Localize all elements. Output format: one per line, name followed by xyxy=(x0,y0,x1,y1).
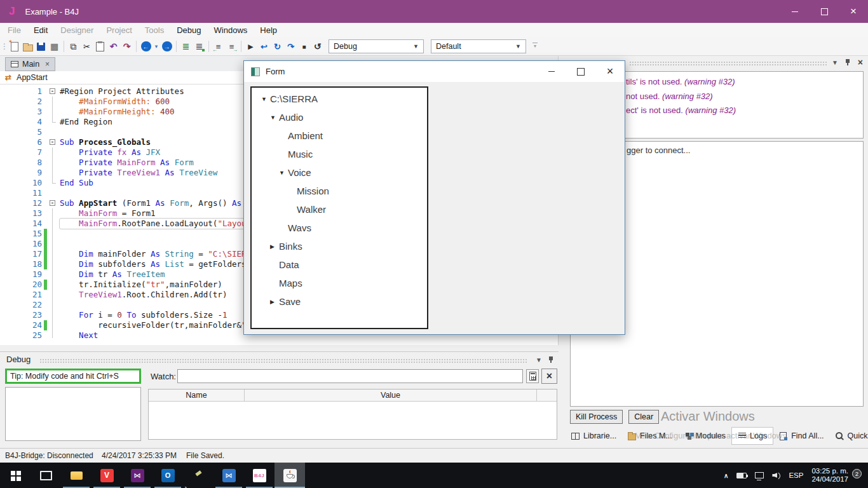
format-lines2-icon[interactable] xyxy=(193,39,206,53)
menu-help[interactable]: Help xyxy=(254,24,283,36)
copy-icon[interactable] xyxy=(67,39,80,53)
start-icon[interactable] xyxy=(0,463,31,488)
build-tools-icon[interactable] xyxy=(183,463,214,488)
battery-icon[interactable] xyxy=(736,473,747,478)
paste-icon[interactable] xyxy=(93,39,107,53)
debug-list-box[interactable] xyxy=(5,387,141,441)
tree-view[interactable]: ▼C:\SIERRA▼AudioAmbientMusic▼VoiceMissio… xyxy=(250,86,428,329)
evaluate-button[interactable] xyxy=(526,369,539,383)
tab-modules[interactable]: Modules xyxy=(678,427,731,445)
vivaldi-icon[interactable] xyxy=(92,463,122,488)
shift-left-icon[interactable] xyxy=(212,39,225,53)
panel-menu-icon[interactable]: ▼ xyxy=(536,356,542,363)
tray-chevron-up-icon[interactable]: ∧ xyxy=(724,472,728,479)
fold-marker[interactable] xyxy=(48,137,60,147)
maximize-button[interactable] xyxy=(810,0,839,23)
tab-files[interactable]: Files M... xyxy=(622,427,678,445)
undo-icon[interactable] xyxy=(107,39,120,53)
tab-close-icon[interactable]: × xyxy=(45,60,50,69)
run-icon[interactable] xyxy=(244,39,257,53)
menu-tools[interactable]: Tools xyxy=(139,24,170,36)
format-lines-icon[interactable] xyxy=(179,39,193,53)
shift-right-icon[interactable] xyxy=(225,39,238,53)
form-close-button[interactable] xyxy=(595,61,625,82)
menu-windows[interactable]: Windows xyxy=(208,24,254,36)
panel-drag-handle[interactable] xyxy=(629,61,827,66)
tab-libraries[interactable]: Librarie... xyxy=(566,427,622,445)
tree-item-audio[interactable]: ▼Audio xyxy=(252,108,427,126)
chevron-down-icon[interactable]: ▼ xyxy=(261,96,270,102)
nav-forward-icon[interactable] xyxy=(160,39,173,53)
chevron-right-icon[interactable]: ▶ xyxy=(270,299,279,305)
task-view-icon[interactable] xyxy=(31,463,61,488)
collapse-icon[interactable] xyxy=(50,200,55,206)
build-mode-select[interactable]: Debug ▼ xyxy=(329,39,424,53)
menu-debug[interactable]: Debug xyxy=(170,24,207,36)
close-button[interactable] xyxy=(839,0,868,23)
chevron-down-icon[interactable]: ▼ xyxy=(270,114,279,121)
form-title-bar[interactable]: Form xyxy=(244,61,625,82)
tree-item-c-sierra[interactable]: ▼C:\SIERRA xyxy=(252,90,427,108)
pin-icon[interactable] xyxy=(845,58,851,66)
watch-input[interactable] xyxy=(177,369,523,383)
tab-find-all[interactable]: Find All... xyxy=(773,427,829,445)
step-over-icon[interactable] xyxy=(271,39,284,53)
form-minimize-button[interactable] xyxy=(537,61,566,82)
tab-quick[interactable]: Quick... xyxy=(830,427,868,445)
chevron-right-icon[interactable]: ▶ xyxy=(270,243,279,250)
java-icon[interactable] xyxy=(275,463,305,488)
package-icon[interactable] xyxy=(48,39,61,53)
menu-designer[interactable]: Designer xyxy=(54,24,100,36)
fold-marker[interactable] xyxy=(48,198,60,208)
pin-icon[interactable] xyxy=(548,356,554,363)
tab-main[interactable]: Main × xyxy=(5,57,55,71)
b4j-icon[interactable]: B4J xyxy=(244,463,275,488)
menu-edit[interactable]: Edit xyxy=(27,24,54,36)
step-into-icon[interactable] xyxy=(257,39,271,53)
menu-project[interactable]: Project xyxy=(100,24,138,36)
collapse-icon[interactable] xyxy=(50,88,55,94)
open-folder-icon[interactable] xyxy=(21,39,34,53)
cut-icon[interactable] xyxy=(80,39,93,53)
tree-item-music[interactable]: Music xyxy=(252,145,427,163)
clear-watch-button[interactable]: × xyxy=(541,369,557,384)
tree-item-ambient[interactable]: Ambient xyxy=(252,126,427,145)
menu-file[interactable]: File xyxy=(1,24,27,36)
visual-studio-icon[interactable] xyxy=(122,463,153,488)
tree-item-wavs[interactable]: Wavs xyxy=(252,219,427,237)
speaker-icon[interactable] xyxy=(772,471,780,479)
watch-table[interactable]: NameValue xyxy=(148,389,557,440)
tab-logs[interactable]: Logs xyxy=(731,427,773,445)
fold-marker[interactable] xyxy=(48,86,60,97)
clear-button[interactable]: Clear xyxy=(628,410,659,424)
form-maximize-button[interactable] xyxy=(566,61,595,82)
save-icon[interactable] xyxy=(34,39,48,53)
grip-icon[interactable] xyxy=(1,39,8,53)
kill-process-button[interactable]: Kill Process xyxy=(570,410,623,424)
toolbar-overflow-button[interactable]: ▾ xyxy=(532,43,538,50)
tree-item-maps[interactable]: Maps xyxy=(252,274,427,292)
restart-icon[interactable] xyxy=(311,39,324,53)
build-config-select[interactable]: Default ▼ xyxy=(431,39,526,53)
tree-item-walker[interactable]: Walker xyxy=(252,200,427,219)
stop-icon[interactable] xyxy=(297,39,311,53)
collapse-icon[interactable] xyxy=(50,139,55,145)
outlook-icon[interactable] xyxy=(153,463,183,488)
language-indicator[interactable]: ESP xyxy=(789,471,803,479)
tree-item-save[interactable]: ▶Save xyxy=(252,292,427,311)
debug-drag-handle[interactable] xyxy=(39,358,528,363)
chevron-down-icon[interactable]: ▼ xyxy=(279,170,288,176)
tree-item-binks[interactable]: ▶Binks xyxy=(252,237,427,255)
visual-studio-blue-icon[interactable] xyxy=(214,463,244,488)
new-file-icon[interactable] xyxy=(8,39,21,53)
nav-back-icon[interactable] xyxy=(139,39,153,53)
nav-caret-icon[interactable] xyxy=(153,39,160,53)
network-icon[interactable] xyxy=(755,472,764,478)
close-icon[interactable]: × xyxy=(858,58,863,66)
file-explorer-icon[interactable] xyxy=(61,463,92,488)
minimize-button[interactable] xyxy=(780,0,810,23)
panel-menu-icon[interactable]: ▼ xyxy=(832,59,838,66)
step-out-icon[interactable] xyxy=(284,39,297,53)
redo-icon[interactable] xyxy=(120,39,133,53)
tree-item-data[interactable]: Data xyxy=(252,255,427,274)
